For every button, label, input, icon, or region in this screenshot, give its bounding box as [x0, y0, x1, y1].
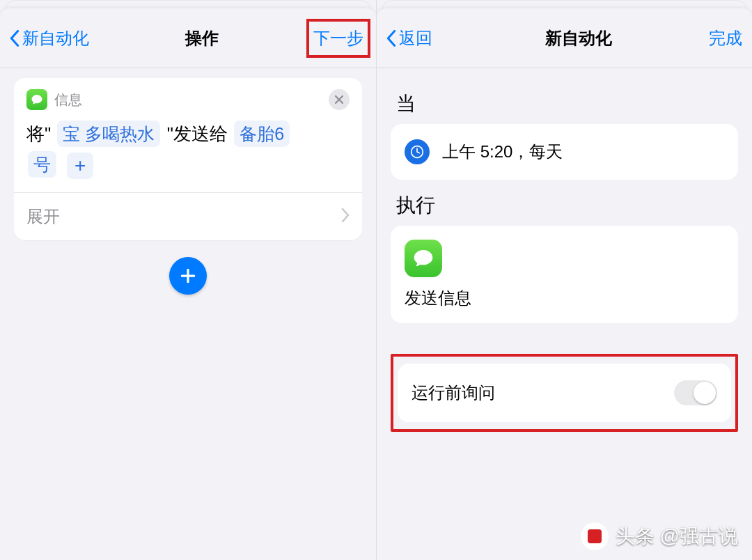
- action-app-name: 信息: [54, 91, 82, 109]
- content-area: 当 上午 5:20，每天 执行 发送信息 运行前询问: [377, 68, 752, 442]
- send-prefix: 将": [26, 123, 51, 144]
- action-summary-text: 发送信息: [405, 287, 724, 309]
- action-summary-card[interactable]: 发送信息: [391, 226, 738, 323]
- ask-before-run-row: 运行前询问: [398, 364, 731, 422]
- recipient-token-1[interactable]: 备胎6: [234, 120, 290, 147]
- right-screen: 返回 新自动化 完成 当 上午 5:20，每天 执行 发送信息: [376, 0, 752, 560]
- modal-sheet: 新自动化 操作 下一步 信息: [0, 8, 376, 560]
- nav-done-label: 完成: [709, 29, 742, 47]
- plus-icon: [179, 267, 197, 285]
- clock-icon: [405, 139, 430, 164]
- nav-bar: 新自动化 操作 下一步: [0, 8, 376, 68]
- messages-app-icon: [26, 89, 47, 110]
- message-token[interactable]: 宝 多喝热水: [57, 120, 160, 147]
- expand-label: 展开: [26, 205, 60, 228]
- trigger-card[interactable]: 上午 5:20，每天: [391, 124, 738, 180]
- chevron-left-icon: [386, 30, 396, 47]
- when-section-label: 当: [391, 78, 738, 124]
- chevron-left-icon: [10, 30, 19, 47]
- recipient-token-2[interactable]: 号: [28, 151, 56, 178]
- close-icon: [334, 95, 344, 104]
- action-app-row: 信息: [26, 89, 82, 110]
- nav-back-label: 返回: [399, 27, 432, 49]
- watermark-logo-icon: [581, 522, 609, 550]
- action-sentence: 将" 宝 多喝热水 "发送给 备胎6 号 +: [14, 114, 362, 192]
- send-mid: "发送给: [167, 123, 228, 144]
- nav-next-button[interactable]: 下一步: [290, 23, 366, 54]
- action-card-header: 信息: [14, 78, 362, 114]
- modal-sheet: 返回 新自动化 完成 当 上午 5:20，每天 执行 发送信息: [377, 8, 752, 560]
- ask-before-run-highlight: 运行前询问: [391, 354, 738, 432]
- messages-app-icon: [405, 240, 442, 277]
- left-screen: 新自动化 操作 下一步 信息: [0, 0, 376, 560]
- ask-before-run-label: 运行前询问: [412, 382, 495, 404]
- trigger-time-text: 上午 5:20，每天: [442, 141, 563, 163]
- nav-back-button[interactable]: 返回: [386, 27, 491, 49]
- nav-next-label: 下一步: [311, 23, 366, 54]
- content-area: 信息 将" 宝 多喝热水 "发送给 备胎6 号 + 展开: [0, 68, 376, 304]
- remove-action-button[interactable]: [329, 89, 350, 110]
- nav-title: 新自动化: [491, 27, 666, 49]
- ask-before-run-toggle[interactable]: [674, 380, 717, 405]
- do-section-label: 执行: [391, 180, 738, 226]
- nav-done-button[interactable]: 完成: [666, 27, 742, 49]
- nav-bar: 返回 新自动化 完成: [377, 8, 752, 68]
- nav-title: 操作: [114, 27, 290, 49]
- add-action-button[interactable]: [169, 257, 207, 295]
- nav-back-label: 新自动化: [22, 27, 89, 49]
- add-recipient-button[interactable]: +: [67, 153, 93, 179]
- watermark-text: 头条 @强古说: [616, 523, 738, 550]
- expand-row[interactable]: 展开: [14, 192, 362, 240]
- chevron-right-icon: [341, 207, 350, 226]
- nav-back-button[interactable]: 新自动化: [10, 27, 114, 49]
- watermark: 头条 @强古说: [581, 522, 738, 550]
- action-card: 信息 将" 宝 多喝热水 "发送给 备胎6 号 + 展开: [14, 78, 362, 240]
